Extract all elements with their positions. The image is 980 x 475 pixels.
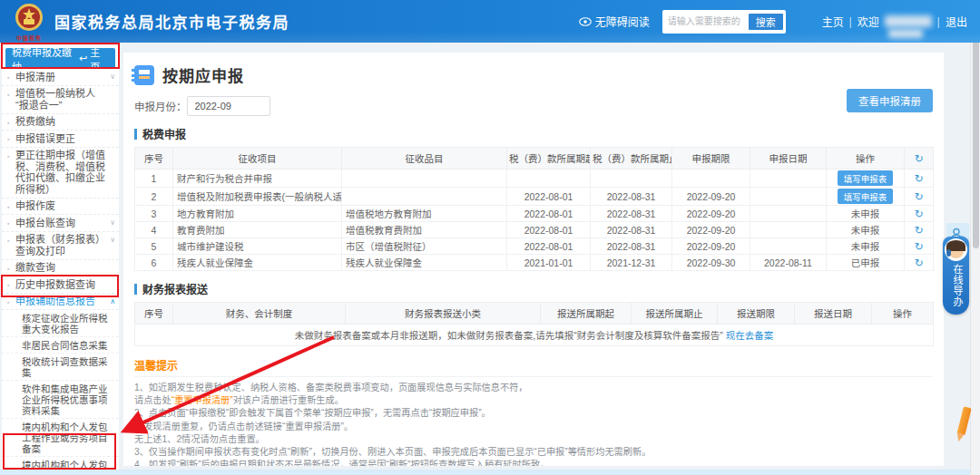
reset-declaration-list-link[interactable]: “重置申报清册” [172,395,233,405]
sidebar-subitem-label: 核定征收企业所得税重大变化报告 [22,313,108,334]
bullet-icon: ▪ [7,151,9,163]
notebook-icon [134,65,154,85]
bullet-icon: ▪ [7,118,9,130]
declaration-month-input[interactable] [187,96,270,116]
sidebar-item-payment-query[interactable]: ▪ 缴款查询 [2,260,119,277]
col-declare-date: 申报日期 [750,148,827,170]
customer-service-avatar [945,238,967,261]
sidebar-subitem-nonresident-contract-info[interactable]: 非居民合同信息采集 [2,337,119,354]
accessibility-link[interactable]: 无障碍阅读 [579,14,650,29]
sidebar-item-declaration-void[interactable]: ▪ 申报作废 [2,199,119,216]
sidebar-item-label: 更正往期申报（增值税、消费税、增值税代扣代缴、扣缴企业所得税） [15,150,105,195]
online-guide-float-button[interactable]: 在线导办 [943,237,969,315]
bottom-strip [0,470,980,475]
sidebar-subitem-label: 软件和集成电路产业企业所得税优惠事项资料采集 [22,383,108,416]
header-search: 搜索 [662,10,786,34]
home-link[interactable]: 主页 [822,14,844,29]
col-refresh: ↻ [905,148,934,170]
refresh-icon[interactable]: ↻ [914,190,923,203]
refresh-icon[interactable]: ↻ [914,240,923,253]
sidebar-subitem-label: 境内机构和个人发包工程作业或劳务合同款项支付情况备案 [22,460,108,470]
chevron-down-icon: ∨ [110,218,115,229]
search-input[interactable] [662,11,746,33]
col-action: 操作 [827,148,905,170]
status-text: 未申报 [851,241,880,252]
sidebar-item-label: 申报辅助信息报告 [15,296,95,306]
table-row: 4 教育费附加 增值税教育费附加 2022-08-01 2022-08-31 2… [135,222,934,238]
fill-declaration-button[interactable]: 填写申报表 [838,189,894,204]
sidebar-item-declaration-form-query-print[interactable]: ▪ 申报表（财务报表）查询及打印 ∨ [2,232,119,260]
sidebar-item-label: 税费缴纳 [15,116,55,127]
bullet-icon: ▪ [7,218,9,230]
main-content: 按期应申报 申报月份： 查看申报清册 税费申报 序号 征收项目 征收品目 税（费… [123,53,944,466]
empty-message-row: 未做财务报表备案或本月非报送期，如未做财务报表备案,请先填报“财务会计制度及核算… [135,325,934,346]
col-levy-subitem: 征收品目 [342,148,507,170]
refresh-icon[interactable]: ↻ [914,224,923,237]
page-title: 按期应申报 [162,63,244,86]
tax-declaration-section-title: 税费申报 [134,126,933,141]
redacted-username [885,15,932,27]
welcome-area: 欢迎 [858,14,932,29]
status-text: 未申报 [851,225,880,236]
tax-declaration-table: 序号 征收项目 征收品目 税（费）款所属期起 税（费）款所属期止 申报期限 申报… [134,147,934,271]
online-guide-label: 在线导办 [951,264,977,307]
sidebar-item-vat-general-taxpayer[interactable]: ▪ 增值税一般纳税人“报退合一” [2,86,119,114]
tip-line: 4、如发现“刷新”后的申报日期和状态不是最新情况，通常是因“刷新”按钮所查数据写… [134,459,933,466]
sidebar-item-declaration-list[interactable]: ▪ 申报清册 ∨ [2,69,119,86]
tips-title: 温馨提示 [134,357,933,377]
sidebar-subitem-domestic-contracting-project-filing[interactable]: 境内机构和个人发包工程作业或劳务项目备案 [2,419,119,457]
sidebar-subitem-label: 境内机构和个人发包工程作业或劳务项目备案 [22,422,108,454]
finance-report-section-title: 财务报表报送 [134,281,933,296]
national-emblem-logo: 中国税务 [13,2,45,42]
sidebar-item-auxiliary-info-report[interactable]: ▪ 申报辅助信息报告 ∧ [2,294,119,311]
sidebar-item-label: 申报台账查询 [15,218,75,228]
redacted-username-line2 [888,29,923,38]
tip-line: 1、如近期发生税费种认定、纳税人资格、备案类税费事项变动，页面展现信息与实际信息… [134,382,933,394]
sidebar-item-label: 申报表（财务报表）查询及打印 [15,234,105,257]
refresh-icon[interactable]: ↻ [914,257,923,269]
status-text: 未申报 [851,208,880,219]
sidebar-subitem-label: 非居民合同信息采集 [22,340,108,351]
sidebar-subitem-domestic-contracting-payment-filing[interactable]: 境内机构和个人发包工程作业或劳务合同款项支付情况备案 [2,457,119,470]
refresh-icon[interactable]: ↻ [914,172,923,185]
sidebar-item-historical-declaration-data-query[interactable]: ▪ 历史申报数据查询 [2,276,119,294]
refresh-icon[interactable]: ↻ [914,152,923,165]
logout-link[interactable]: 退出 [946,14,967,29]
sidebar-subitem-assessed-cit-major-change-report[interactable]: 核定征收企业所得税重大变化报告 [2,310,119,337]
sidebar-item-correct-prior-declaration[interactable]: ▪ 更正往期申报（增值税、消费税、增值税代扣代缴、扣缴企业所得税） [2,148,119,199]
sidebar-item-label: 增值税一般纳税人“报退合一” [15,88,95,111]
bullet-icon: ▪ [7,280,9,292]
scrollbar-thumb[interactable] [973,13,979,248]
table-row: 3 地方教育附加 增值税地方教育附加 2022-08-01 2022-08-31… [135,206,934,222]
sidebar-item-declaration-ledger-query[interactable]: ▪ 申报台账查询 ∨ [2,215,119,232]
bullet-icon: ▪ [7,202,9,214]
go-filing-link[interactable]: 现在去备案 [726,330,774,341]
col-deadline: 申报期限 [672,148,750,170]
status-text: 已申报 [851,257,880,268]
tip-line: 无上述1、2情况请勿点击重置。 [134,433,933,446]
view-declaration-list-button[interactable]: 查看申报清册 [847,89,933,112]
chevron-down-icon: ∨ [110,72,115,83]
finance-report-table: 序号 财务、会计制度 财务报表报送小类 报送所属期起 报送所属期止 报送期限 报… [134,302,934,346]
table-row: 2 增值税及附加税费申报表(一般纳税人适用) 2022-08-01 2022-0… [135,188,934,206]
sidebar-item-tax-payment[interactable]: ▪ 税费缴纳 [2,114,119,131]
col-period-end: 税（费）款所属期止 [591,148,672,170]
sidebar-item-label: 申报错误更正 [15,133,75,144]
sidebar-item-label: 缴款查询 [15,262,55,273]
sidebar-header: 税费申报及缴纳 ↩ 主页 [5,48,115,69]
tip-line: 2、点击页面“申报缴税”即会触发下属首个菜单“按期应申报”，无需再点击“按期应申… [134,407,933,420]
search-button[interactable]: 搜索 [748,13,784,31]
tips-list: 1、如近期发生税费种认定、纳税人资格、备案类税费事项变动，页面展现信息与实际信息… [134,382,933,466]
month-label: 申报月份： [134,99,187,113]
refresh-icon[interactable]: ↻ [914,208,923,220]
col-period-start: 税（费）款所属期起 [507,148,591,170]
tip-line: 如发现清册重复，仍请点击前述链接“重置申报清册”。 [134,421,933,433]
accessibility-label: 无障碍阅读 [595,14,650,29]
table-row: 6 残疾人就业保障金 残疾人就业保障金 2021-01-01 2021-12-3… [135,255,934,271]
fill-declaration-button[interactable]: 填写申报表 [838,170,894,186]
vertical-scrollbar[interactable]: ∧ [970,0,980,475]
sidebar-subitem-tax-statistics-survey[interactable]: 税收统计调查数据采集 [2,354,119,381]
sidebar-item-declaration-error-correction[interactable]: ▪ 申报错误更正 [2,131,119,148]
tip-line: 请点击处“重置申报清册”对该户清册进行重新生成。 [134,394,933,407]
sidebar-subitem-software-ic-cit-preference[interactable]: 软件和集成电路产业企业所得税优惠事项资料采集 [2,381,119,419]
